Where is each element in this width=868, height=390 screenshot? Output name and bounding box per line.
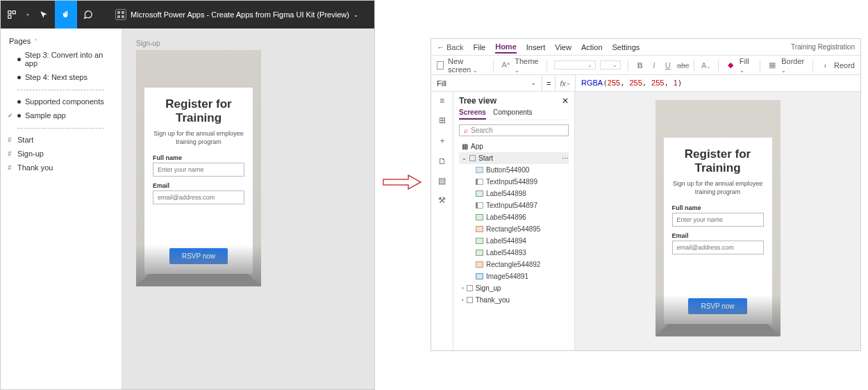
more-icon[interactable]: ⋯ xyxy=(562,154,569,162)
property-selector[interactable]: Fill⌄ xyxy=(431,75,542,91)
menu-home[interactable]: Home xyxy=(495,41,517,54)
menu-view[interactable]: View xyxy=(555,42,571,53)
border-button[interactable]: Border ⌄ xyxy=(781,57,806,74)
tree-node[interactable]: Button544900 xyxy=(459,164,569,176)
pa-canvas[interactable]: Register forTraining Sign up for the ann… xyxy=(575,92,860,350)
tree-node[interactable]: Rectangle544895 xyxy=(459,223,569,235)
equals-icon: = xyxy=(542,75,556,91)
svg-rect-6 xyxy=(122,15,124,18)
screen-preview[interactable]: Register forTraining Sign up for the ann… xyxy=(656,100,781,336)
fill-button[interactable]: Fill ⌄ xyxy=(740,57,753,74)
move-tool-icon[interactable] xyxy=(33,1,55,29)
italic-icon[interactable]: I xyxy=(649,61,659,70)
tools-icon[interactable]: ⚒ xyxy=(438,195,446,205)
media-icon[interactable]: ▤ xyxy=(438,176,446,186)
tree-node[interactable]: Label544896 xyxy=(459,211,569,223)
menu-file[interactable]: File xyxy=(473,42,485,53)
figma-menu-icon[interactable] xyxy=(1,1,23,29)
chevron-down-icon: ⌄ xyxy=(473,67,478,74)
figma-title-bar: Microsoft Power Apps - Create Apps from … xyxy=(99,9,374,20)
tree-app-node[interactable]: ▦App xyxy=(459,140,569,152)
divider: ----------------------------- xyxy=(1,122,122,133)
formula-input[interactable]: RGBA(255, 255, 255, 1) xyxy=(576,79,687,88)
figma-chevron-down-icon[interactable]: ▾ xyxy=(23,1,33,29)
page-item[interactable]: Step 4: Next steps xyxy=(1,70,122,84)
hand-tool-icon[interactable] xyxy=(55,1,77,29)
tree-node[interactable]: Image544891 xyxy=(459,270,569,282)
figma-file-title[interactable]: Microsoft Power Apps - Create Apps from … xyxy=(131,10,349,19)
tree-screen-thankyou[interactable]: ›Thank_you xyxy=(459,294,569,306)
theme-icon: Aᵃ xyxy=(501,60,510,70)
menu-action[interactable]: Action xyxy=(581,42,603,53)
tab-screens[interactable]: Screens xyxy=(459,108,486,120)
label-icon xyxy=(476,190,483,197)
tree-node[interactable]: Label544893 xyxy=(459,247,569,259)
tree-search-input[interactable]: ⌕Search xyxy=(459,124,569,136)
fullname-label: Full name xyxy=(672,204,764,211)
chevron-down-icon: ⌄ xyxy=(462,155,467,161)
strike-icon[interactable]: abc xyxy=(677,61,687,70)
back-button[interactable]: ←Back xyxy=(437,43,463,51)
tree-node[interactable]: Label544898 xyxy=(459,188,569,200)
menu-insert[interactable]: Insert xyxy=(526,42,546,53)
tree-node[interactable]: TextInput544897 xyxy=(459,200,569,211)
svg-rect-3 xyxy=(117,11,120,14)
close-icon[interactable]: ✕ xyxy=(562,96,569,106)
reorder-icon[interactable]: ⫞ xyxy=(820,61,830,70)
pa-menubar: ←Back File Home Insert View Action Setti… xyxy=(431,39,860,56)
data-icon[interactable]: 🗋 xyxy=(438,156,446,166)
figma-toolbar: ▾ Microsoft Power Apps - Create Apps fro… xyxy=(1,1,374,29)
hamburger-icon[interactable]: ≡ xyxy=(440,96,444,106)
frame-label[interactable]: Sign-up xyxy=(136,40,360,47)
page-item[interactable]: Step 3: Convert into an app xyxy=(1,48,122,70)
tree-screen-start[interactable]: ⌄Start⋯ xyxy=(459,152,569,164)
rsvp-button[interactable]: RSVP now xyxy=(169,248,228,264)
figma-canvas[interactable]: Sign-up Register forTraining Sign up for… xyxy=(122,29,374,389)
fullname-input[interactable] xyxy=(153,163,244,177)
new-screen-icon xyxy=(437,61,444,70)
underline-icon[interactable]: U xyxy=(663,61,673,70)
frame-item[interactable]: #Sign-up xyxy=(1,147,122,161)
svg-rect-0 xyxy=(8,11,11,14)
arrow-icon xyxy=(382,174,424,190)
bold-icon[interactable]: B xyxy=(635,61,645,70)
fontsize-dropdown[interactable]: ⌄ xyxy=(600,60,621,70)
border-icon[interactable]: ▦ xyxy=(767,60,777,70)
page-item[interactable]: Supported components xyxy=(1,95,122,108)
fx-icon[interactable]: fx⌄ xyxy=(556,75,576,91)
formula-bar: Fill⌄ = fx⌄ RGBA(255, 255, 255, 1) xyxy=(431,75,860,92)
theme-button[interactable]: Theme ⌄ xyxy=(515,57,540,74)
pa-ribbon: New screen ⌄ Aᵃ Theme ⌄ ⌄ ⌄ B I U abc A⌄… xyxy=(431,56,860,75)
back-arrow-icon: ← xyxy=(437,43,444,51)
divider: ----------------------------- xyxy=(1,84,122,95)
svg-rect-2 xyxy=(8,15,11,18)
rsvp-button[interactable]: RSVP now xyxy=(688,298,746,314)
comment-tool-icon[interactable] xyxy=(77,1,99,29)
mockup-frame[interactable]: Register forTraining Sign up for the ann… xyxy=(136,50,261,286)
tree-screen-signup[interactable]: ›Sign_up xyxy=(459,282,569,294)
pages-header[interactable]: Pages ⌃ xyxy=(1,34,122,48)
email-input[interactable] xyxy=(153,190,244,204)
tree-node[interactable]: Label544894 xyxy=(459,235,569,247)
fill-icon[interactable]: ◆ xyxy=(726,60,735,70)
chevron-down-icon[interactable]: ⌄ xyxy=(353,12,358,18)
reorder-button[interactable]: Reord xyxy=(834,61,855,70)
textinput-icon xyxy=(476,202,483,209)
new-screen-button[interactable]: New screen ⌄ xyxy=(448,57,486,74)
fontcolor-icon[interactable]: A⌄ xyxy=(701,61,711,70)
tree-node[interactable]: TextInput544899 xyxy=(459,176,569,188)
email-input[interactable] xyxy=(672,241,764,254)
textinput-icon xyxy=(476,179,483,185)
tree-node[interactable]: Rectangle544892 xyxy=(459,259,569,270)
tree-view-icon[interactable]: ⊞ xyxy=(439,115,446,125)
chevron-right-icon: › xyxy=(462,285,464,291)
fullname-input[interactable] xyxy=(672,213,764,227)
menu-settings[interactable]: Settings xyxy=(612,42,640,53)
tab-components[interactable]: Components xyxy=(493,108,533,120)
frame-item[interactable]: #Start xyxy=(1,133,122,147)
page-item-active[interactable]: ✓Sample app xyxy=(1,108,122,122)
card-subtitle: Sign up for the annual employee training… xyxy=(672,180,764,196)
font-dropdown[interactable]: ⌄ xyxy=(554,60,596,70)
insert-icon[interactable]: ＋ xyxy=(438,135,446,147)
frame-item[interactable]: #Thank you xyxy=(1,161,122,174)
